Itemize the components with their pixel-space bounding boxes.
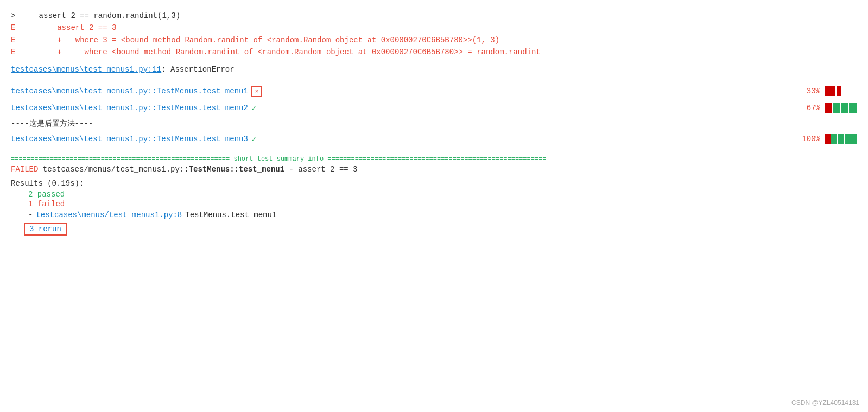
summary-separator-container: ========================================… (11, 155, 857, 163)
failed-line-container: FAILED testcases/menus/test_menus1.py::T… (11, 165, 857, 174)
failed-details: testcases/menus/test_menus1.py::TestMenu… (43, 165, 358, 174)
test-result-row-3: testcases\menus\test_menus1.py::TestMenu… (11, 131, 857, 148)
test-menu2-link[interactable]: testcases\menus\test_menus1.py::TestMenu… (11, 104, 248, 112)
results-block: Results (0.19s): 2 passed 1 failed - tes… (11, 179, 857, 236)
teardown-line: ----这是后置方法---- (11, 119, 857, 129)
bar-green-100-4 (851, 134, 857, 144)
progress-bar-100 (825, 134, 857, 144)
test-result-left-1: testcases\menus\test_menus1.py::TestMenu… (11, 86, 262, 97)
error-where2: + where <bound method Random.randint of … (21, 46, 541, 58)
error-location-suffix: : AssertionError (161, 65, 234, 74)
dash-prefix: - (28, 211, 33, 219)
failed-count: 1 failed (28, 200, 65, 208)
progress-bar-67 (825, 103, 857, 113)
test-result-row-1: testcases\menus\test_menus1.py::TestMenu… (11, 83, 857, 100)
percent-33: 33% (799, 87, 820, 96)
failed-bold: TestMenus::test_menu1 (189, 165, 284, 174)
watermark: CSDN @YZL40514131 (791, 399, 859, 407)
error-assert: assert 2 == 3 (21, 22, 116, 34)
error-line-2: E + where 3 = <bound method Random.randi… (11, 34, 857, 46)
teardown-text: ----这是后置方法---- (11, 119, 93, 128)
prefix-gt: > (11, 10, 21, 22)
rerun-link[interactable]: testcases\menus/test_menus1.py:8 (36, 211, 182, 219)
check-mark-3: ✓ (251, 134, 256, 144)
rerun-badge: 3 rerun (24, 223, 67, 236)
bar-green-67-2 (841, 103, 848, 113)
test-result-right-3: 100% (799, 134, 857, 144)
percent-100: 100% (799, 135, 820, 143)
fail-badge-1: ✕ (251, 86, 262, 97)
test-result-left-3: testcases\menus\test_menus1.py::TestMenu… (11, 134, 256, 144)
bar-red-2 (837, 86, 841, 96)
prefix-e1: E (11, 22, 21, 34)
passed-line: 2 passed (11, 190, 857, 199)
check-mark-2: ✓ (251, 103, 256, 113)
test-result-right-1: 33% (799, 86, 857, 96)
code-assert: assert 2 == random.randint(1,3) (21, 10, 180, 22)
bar-red-67 (825, 103, 832, 113)
rerun-badge-line: 3 rerun (11, 223, 857, 236)
summary-separator: ========================================… (11, 155, 857, 163)
results-title-line: Results (0.19s): (11, 179, 857, 188)
failed-keyword: FAILED (11, 165, 43, 174)
test-menu3-link[interactable]: testcases\menus\test_menus1.py::TestMenu… (11, 135, 248, 143)
test-result-left-2: testcases\menus\test_menus1.py::TestMenu… (11, 103, 256, 113)
test-result-right-2: 67% (799, 103, 857, 113)
percent-67: 67% (799, 104, 820, 112)
error-location-link[interactable]: testcases\menus\test_menus1.py:11 (11, 65, 161, 74)
test-result-row-2: testcases\menus\test_menus1.py::TestMenu… (11, 100, 857, 117)
bar-red-100 (825, 134, 831, 144)
progress-bar-33 (825, 86, 857, 96)
rerun-line: - testcases\menus/test_menus1.py:8 TestM… (28, 211, 857, 219)
prefix-e2: E (11, 34, 21, 46)
bar-green-67-3 (849, 103, 857, 113)
prefix-e3: E (11, 46, 21, 58)
test-menu1-link[interactable]: testcases\menus\test_menus1.py::TestMenu… (11, 87, 248, 96)
bar-green-67-1 (833, 103, 840, 113)
code-block: > assert 2 == random.randint(1,3) E asse… (11, 10, 857, 59)
bar-red-1 (825, 86, 835, 96)
bar-green-100-1 (831, 134, 837, 144)
bar-green-100-2 (838, 134, 844, 144)
assert-line: > assert 2 == random.randint(1,3) (11, 10, 857, 22)
passed-count: 2 passed (28, 190, 65, 199)
error-line-1: E assert 2 == 3 (11, 22, 857, 34)
results-title: Results (0.19s): (11, 179, 84, 188)
error-where1: + where 3 = <bound method Random.randint… (21, 34, 499, 46)
bar-green-100-3 (845, 134, 851, 144)
rerun-suffix: TestMenus.test_menu1 (185, 211, 276, 219)
error-line-3: E + where <bound method Random.randint o… (11, 46, 857, 58)
failed-count-line: 1 failed (11, 200, 857, 208)
error-location: testcases\menus\test_menus1.py:11: Asser… (11, 65, 857, 74)
